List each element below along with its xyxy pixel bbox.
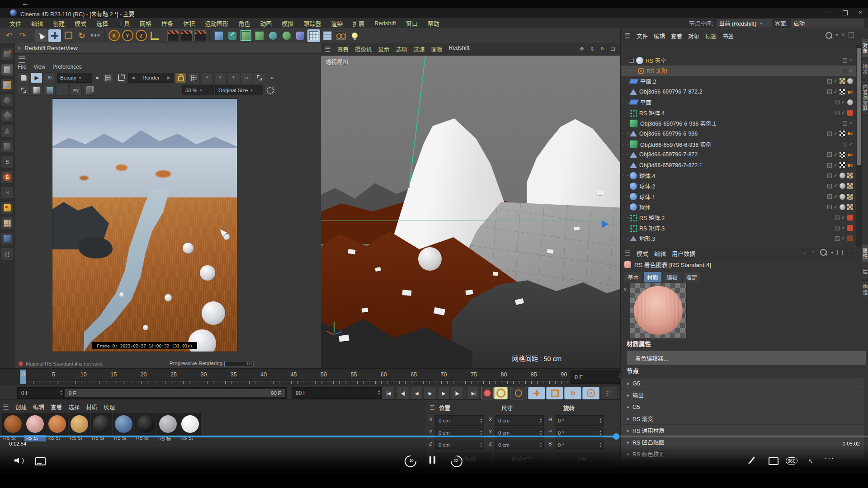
attribute-tab[interactable]: 指定 xyxy=(683,272,700,282)
nav-right-icon[interactable]: ▶ xyxy=(167,75,170,80)
rotation-field[interactable]: 0 °▴▾ xyxy=(555,440,604,450)
snow-toggle-2[interactable]: * xyxy=(214,72,226,83)
size-select[interactable]: Original Size ▾ xyxy=(215,85,263,95)
object-row[interactable]: RS 矩阵.2 ✓ xyxy=(621,212,856,223)
side-tab[interactable]: 属性 xyxy=(862,244,868,263)
object-name[interactable]: Obj3d66-659796-7-872.1 xyxy=(639,162,703,169)
rotate-360-button[interactable]: 360 xyxy=(786,457,797,465)
add-aov-button[interactable] xyxy=(57,85,69,96)
triangle-right-icon[interactable]: ▸ xyxy=(627,404,629,409)
zoom-icon[interactable]: ⇕ xyxy=(589,45,596,52)
object-name[interactable]: 球体.1 xyxy=(639,192,655,201)
menu-item[interactable]: Redshift xyxy=(369,20,401,27)
texture-mode-button[interactable] xyxy=(1,79,13,91)
object-row[interactable]: 平面.2 ✓ xyxy=(621,76,856,86)
tag-chip[interactable] xyxy=(840,162,845,168)
layer-toggle-icon[interactable] xyxy=(835,100,840,104)
object-name[interactable]: 球体.2 xyxy=(639,182,655,190)
material-menu-item[interactable]: 编辑 xyxy=(33,403,44,411)
hamburger-icon[interactable] xyxy=(625,250,630,255)
hamburger-icon[interactable] xyxy=(325,47,330,52)
layer-toggle-icon[interactable] xyxy=(835,216,840,220)
tag-chip[interactable] xyxy=(847,225,853,231)
settings-gear-button[interactable] xyxy=(264,85,276,96)
layer-toggle-icon[interactable] xyxy=(843,58,847,63)
material-menu-item[interactable]: 选择 xyxy=(68,403,80,411)
copy-button[interactable] xyxy=(83,85,95,96)
hamburger-icon[interactable] xyxy=(3,404,8,409)
layer-toggle-icon[interactable] xyxy=(827,79,832,84)
tag-chip[interactable] xyxy=(847,204,853,210)
enabled-check-icon[interactable]: ✓ xyxy=(834,131,838,136)
redo-button[interactable]: ↷ xyxy=(16,29,29,42)
spline-pen-button[interactable] xyxy=(226,29,239,42)
video-progress-bar[interactable] xyxy=(0,436,868,437)
subtitle-button[interactable] xyxy=(35,457,46,465)
goto-start-button[interactable]: |◀ xyxy=(382,387,395,399)
side-tab[interactable]: 内容浏览器 xyxy=(862,80,868,116)
viewport-scene[interactable] xyxy=(321,55,620,368)
new-panel-icon[interactable] xyxy=(847,250,852,255)
menu-item[interactable]: 窗口 xyxy=(401,19,423,28)
enabled-check-icon[interactable]: ✓ xyxy=(834,89,838,95)
enabled-check-icon[interactable]: ✓ xyxy=(834,152,838,158)
tag-chip[interactable] xyxy=(847,162,853,168)
render-settings-button[interactable] xyxy=(194,29,207,42)
play-button[interactable]: ▶ xyxy=(424,387,436,399)
attribute-tab[interactable]: 编辑 xyxy=(663,272,681,282)
attribute-menu-item[interactable]: 模式 xyxy=(637,249,648,258)
menu-item[interactable]: 动画 xyxy=(255,19,277,28)
object-row[interactable]: Obj3d66-659796-7-872.2 ✓ xyxy=(621,87,856,97)
start-ipr-button[interactable]: ▶ xyxy=(31,72,42,83)
enabled-check-icon[interactable]: ✓ xyxy=(841,225,845,231)
snow-toggle-3[interactable]: * xyxy=(227,72,239,83)
interface-select[interactable]: 启动 xyxy=(790,19,864,28)
enabled-check-icon[interactable]: ✓ xyxy=(834,162,838,168)
object-name[interactable]: 地形.3 xyxy=(639,234,655,243)
restart-render-button[interactable]: ↻ xyxy=(44,72,56,83)
annotate-button[interactable] xyxy=(751,456,753,464)
object-row[interactable]: 球体.1 ✓ xyxy=(621,192,856,202)
material-thumbnail[interactable] xyxy=(113,413,134,435)
side-tab[interactable]: 构造 xyxy=(862,280,868,299)
material-thumbnail[interactable] xyxy=(69,413,90,435)
menu-item[interactable]: 跟踪器 xyxy=(298,19,326,28)
orbit-icon[interactable]: ↻ xyxy=(599,45,606,52)
object-row[interactable]: Obj3d66-659796-7-872 ✓ xyxy=(621,150,856,160)
mograph-matrix-button[interactable] xyxy=(253,29,266,42)
close-button[interactable]: × xyxy=(853,8,868,18)
snow-toggle-1[interactable]: * xyxy=(201,72,213,83)
layer-toggle-icon[interactable] xyxy=(827,152,832,157)
lock-button[interactable] xyxy=(175,72,187,83)
layer-toggle-icon[interactable] xyxy=(843,142,847,146)
triangle-right-icon[interactable]: ▸ xyxy=(627,416,629,421)
enabled-check-icon[interactable]: ✓ xyxy=(849,120,853,126)
material-thumbnail[interactable] xyxy=(179,413,201,435)
render-pass-select[interactable]: Beauty ▾ xyxy=(57,73,92,83)
layer-toggle-icon[interactable] xyxy=(827,205,832,209)
attribute-menu-item[interactable]: 用户数据 xyxy=(672,249,695,258)
snapshot-nav[interactable]: ◀ Render ▶ xyxy=(128,73,174,83)
minimize-button[interactable]: – xyxy=(822,8,837,18)
deformer-button[interactable] xyxy=(294,29,307,42)
menu-item[interactable]: 文件 xyxy=(5,19,26,28)
nodespace-select[interactable]: 当前 (Redshift) ▾ xyxy=(716,19,772,28)
attribute-tab[interactable]: 材质 xyxy=(644,272,661,282)
object-manager-menu-item[interactable]: 对象 xyxy=(688,32,699,40)
menu-item[interactable]: 运动图形 xyxy=(200,19,233,28)
material-thumbnail[interactable] xyxy=(24,413,46,435)
cast-button[interactable] xyxy=(769,457,778,465)
object-row[interactable]: 球体 ✓ xyxy=(621,202,856,212)
search-icon[interactable] xyxy=(820,249,827,256)
enabled-check-icon[interactable]: ✓ xyxy=(834,183,838,189)
object-row[interactable]: RS 天空 ✓ xyxy=(621,55,856,66)
object-name[interactable]: RS 矩阵.2 xyxy=(639,213,665,222)
object-row[interactable]: Obj3d66-659796-6-936 实例 ✓ xyxy=(621,139,856,150)
record-keyframe-button[interactable] xyxy=(481,387,494,399)
attribute-tab[interactable]: 基本 xyxy=(624,272,642,282)
menu-item[interactable]: 体积 xyxy=(178,19,200,28)
layer-toggle-icon[interactable] xyxy=(827,174,832,178)
side-tab[interactable]: 层 xyxy=(862,265,868,278)
render-view-button[interactable] xyxy=(167,29,179,42)
frame-range-slider[interactable]: 0 F 90 F xyxy=(63,387,287,399)
